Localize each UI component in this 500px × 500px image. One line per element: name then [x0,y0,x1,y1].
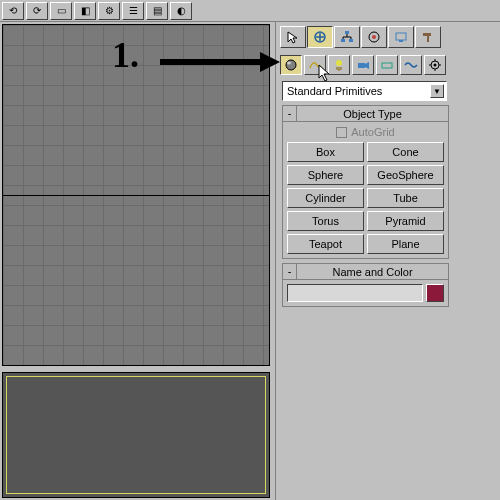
rollout-name-color: - Name and Color [282,263,449,307]
motion-icon [367,30,381,44]
sub-lights[interactable] [328,55,350,75]
toolbar-button[interactable]: ◧ [74,2,96,20]
object-button-grid: Box Cone Sphere GeoSphere Cylinder Tube … [287,142,444,254]
top-toolbar: ⟲ ⟳ ▭ ◧ ⚙ ☰ ▤ ◐ [0,0,500,22]
toolbar-button[interactable]: ▭ [50,2,72,20]
sub-shapes[interactable] [304,55,326,75]
tab-motion[interactable] [361,26,387,48]
svg-rect-7 [399,40,403,42]
toolbar-button[interactable]: ⟳ [26,2,48,20]
toolbar-button[interactable]: ☰ [122,2,144,20]
sub-geometry[interactable] [280,55,302,75]
svg-point-5 [372,35,376,39]
svg-point-11 [287,62,291,65]
chevron-down-icon: ▼ [430,84,444,98]
annotation-arrow [160,56,280,68]
object-name-input[interactable] [287,284,423,302]
svg-rect-8 [423,33,431,36]
tab-hierarchy[interactable] [334,26,360,48]
button-torus[interactable]: Torus [287,211,364,231]
sub-category-row [278,53,453,77]
shapes-icon [308,58,322,72]
rollout-header[interactable]: - Name and Color [283,264,448,280]
svg-rect-6 [396,33,406,40]
autogrid-checkbox [336,127,347,138]
tab-display[interactable] [388,26,414,48]
autogrid-label: AutoGrid [351,126,394,138]
sub-systems[interactable] [424,55,446,75]
svg-rect-9 [427,36,429,42]
gear-icon [428,58,442,72]
button-pyramid[interactable]: Pyramid [367,211,444,231]
minimize-button[interactable]: - [283,106,297,121]
cursor-icon [286,30,300,44]
create-icon [313,30,327,44]
svg-rect-3 [349,39,353,42]
button-cylinder[interactable]: Cylinder [287,188,364,208]
toolbar-button[interactable]: ⟲ [2,2,24,20]
button-sphere[interactable]: Sphere [287,165,364,185]
command-panel: Standard Primitives ▼ - Object Type Auto… [275,22,455,500]
autogrid-row: AutoGrid [287,126,444,138]
display-icon [394,30,408,44]
button-tube[interactable]: Tube [367,188,444,208]
hammer-icon [421,30,435,44]
toolbar-button[interactable]: ◐ [170,2,192,20]
camera-icon [356,58,370,72]
tab-utilities[interactable] [415,26,441,48]
minimize-button[interactable]: - [283,264,297,279]
svg-point-12 [336,60,342,66]
rollout-header[interactable]: - Object Type [283,106,448,122]
viewport-area [0,22,275,500]
rollout-title: Object Type [297,108,448,120]
spacewarp-icon [404,58,418,72]
toolbar-button[interactable]: ▤ [146,2,168,20]
helper-icon [380,58,394,72]
button-box[interactable]: Box [287,142,364,162]
toolbar-button[interactable]: ⚙ [98,2,120,20]
button-teapot[interactable]: Teapot [287,234,364,254]
button-geosphere[interactable]: GeoSphere [367,165,444,185]
tab-select[interactable] [280,26,306,48]
category-dropdown[interactable]: Standard Primitives ▼ [282,81,447,101]
button-plane[interactable]: Plane [367,234,444,254]
rollout-title: Name and Color [297,266,448,278]
tab-create[interactable] [307,26,333,48]
hierarchy-icon [340,30,354,44]
svg-point-16 [434,64,437,67]
color-swatch[interactable] [426,284,444,302]
sub-cameras[interactable] [352,55,374,75]
svg-rect-2 [341,39,345,42]
svg-rect-1 [345,31,349,34]
svg-rect-14 [382,63,392,68]
svg-point-10 [286,60,296,70]
viewport-perspective[interactable] [2,372,270,498]
sphere-icon [284,58,298,72]
svg-rect-13 [358,63,365,68]
button-cone[interactable]: Cone [367,142,444,162]
sub-helpers[interactable] [376,55,398,75]
annotation-label: 1. [112,34,139,76]
dropdown-value: Standard Primitives [287,85,382,97]
sub-spacewarps[interactable] [400,55,422,75]
light-icon [332,58,346,72]
rollout-object-type: - Object Type AutoGrid Box Cone Sphere G… [282,105,449,259]
main-tab-row [278,24,453,50]
